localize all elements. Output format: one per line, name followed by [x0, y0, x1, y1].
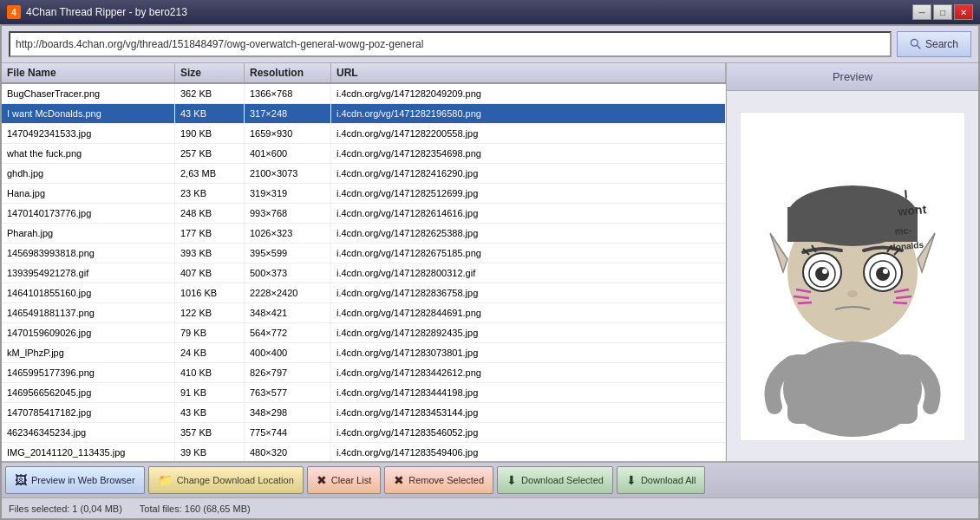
download-all-label: Download All	[641, 475, 696, 485]
bottom-toolbar: 🖼 Preview in Web Browser 📁 Change Downlo…	[2, 461, 978, 497]
list-cell-url: i.4cdn.org/vg/1471282892435.jpg	[331, 323, 726, 342]
header-url: URL	[331, 63, 726, 82]
list-cell-res: 1659×930	[245, 124, 331, 143]
list-cell-name: ghdh.jpg	[2, 164, 175, 183]
list-cell-name: 1470159609026.jpg	[2, 323, 175, 342]
list-cell-res: 401×600	[245, 144, 331, 163]
list-cell-name: I want McDonalds.png	[2, 104, 175, 123]
remove-selected-button[interactable]: ✖ Remove Selected	[384, 466, 493, 494]
table-row[interactable]: 1464101855160.jpg1016 KB2228×2420i.4cdn.…	[2, 283, 726, 303]
table-row[interactable]: 1465995177396.png410 KB826×797i.4cdn.org…	[2, 363, 726, 383]
app-title: 4Chan Thread Ripper - by bero213	[26, 6, 912, 18]
table-row[interactable]: Hana.jpg23 KB319×319i.4cdn.org/vg/147128…	[2, 184, 726, 204]
list-cell-url: i.4cdn.org/vg/1471282614616.jpg	[331, 204, 726, 223]
download-all-button[interactable]: ⬇ Download All	[617, 466, 706, 494]
minimize-button[interactable]: ─	[912, 4, 931, 20]
list-cell-url: i.4cdn.org/vg/1471282800312.gif	[331, 263, 726, 283]
list-cell-url: i.4cdn.org/vg/1471283546052.jpg	[331, 423, 726, 442]
table-row[interactable]: BugChaserTracer.png362 KB1366×768i.4cdn.…	[2, 84, 726, 104]
list-cell-url: i.4cdn.org/vg/1471283073801.jpg	[331, 343, 726, 362]
search-button[interactable]: Search	[897, 31, 971, 57]
list-cell-url: i.4cdn.org/vg/1471282196580.png	[331, 104, 726, 123]
list-cell-url: i.4cdn.org/vg/1471282625388.jpg	[331, 224, 726, 243]
table-row[interactable]: I want McDonalds.png43 KB317×248i.4cdn.o…	[2, 104, 726, 124]
remove-icon: ✖	[394, 473, 404, 487]
maximize-button[interactable]: □	[933, 4, 952, 20]
table-row[interactable]: ghdh.jpg2,63 MB2100×3073i.4cdn.org/vg/14…	[2, 164, 726, 184]
svg-line-1	[917, 45, 920, 49]
list-cell-name: 1465995177396.png	[2, 363, 175, 382]
url-bar: Search	[2, 26, 978, 63]
files-selected-status: Files selected: 1 (0,04 MB)	[9, 504, 122, 514]
list-cell-size: 122 KB	[175, 303, 245, 322]
list-cell-size: 407 KB	[175, 263, 245, 283]
total-files-status: Total files: 160 (68,65 MB)	[140, 504, 251, 514]
list-cell-url: i.4cdn.org/vg/1471282675185.png	[331, 244, 726, 263]
file-list-area: File Name Size Resolution URL BugChaserT…	[2, 63, 727, 461]
table-row[interactable]: 1470785417182.jpg43 KB348×298i.4cdn.org/…	[2, 403, 726, 423]
list-cell-size: 91 KB	[175, 383, 245, 402]
table-row[interactable]: what the fuck.png257 KB401×600i.4cdn.org…	[2, 144, 726, 164]
download-selected-button[interactable]: ⬇ Download Selected	[497, 466, 613, 494]
url-input[interactable]	[9, 31, 892, 57]
list-cell-name: Pharah.jpg	[2, 224, 175, 243]
table-row[interactable]: 1465491881137.png122 KB348×421i.4cdn.org…	[2, 303, 726, 323]
list-cell-size: 248 KB	[175, 204, 245, 223]
list-cell-res: 826×797	[245, 363, 331, 382]
list-cell-res: 500×373	[245, 263, 331, 283]
list-header: File Name Size Resolution URL	[2, 63, 726, 84]
list-cell-res: 480×320	[245, 443, 331, 461]
clear-icon: ✖	[317, 473, 327, 487]
change-location-button[interactable]: 📁 Change Download Location	[148, 466, 304, 494]
main-window: Search File Name Size Resolution URL Bug…	[0, 24, 980, 520]
list-cell-url: i.4cdn.org/vg/1471282836758.jpg	[331, 283, 726, 302]
list-cell-res: 2228×2420	[245, 283, 331, 302]
list-cell-name: Hana.jpg	[2, 184, 175, 203]
svg-point-0	[911, 39, 918, 46]
table-row[interactable]: 462346345234.jpg357 KB775×744i.4cdn.org/…	[2, 423, 726, 443]
app-icon: 4	[7, 5, 21, 19]
svg-text:mc-: mc-	[894, 224, 912, 237]
clear-label: Clear List	[331, 475, 371, 485]
header-size: Size	[175, 63, 245, 82]
table-row[interactable]: 1456983993818.png393 KB395×599i.4cdn.org…	[2, 244, 726, 263]
list-cell-res: 395×599	[245, 244, 331, 263]
list-cell-res: 1026×323	[245, 224, 331, 243]
list-cell-name: 462346345234.jpg	[2, 423, 175, 442]
preview-browser-button[interactable]: 🖼 Preview in Web Browser	[5, 466, 145, 494]
list-cell-res: 763×577	[245, 383, 331, 402]
list-cell-url: i.4cdn.org/vg/1471282844691.png	[331, 303, 726, 322]
list-cell-url: i.4cdn.org/vg/1471282416290.jpg	[331, 164, 726, 183]
search-icon	[910, 38, 922, 50]
list-cell-res: 1366×768	[245, 84, 331, 103]
preview-title: Preview	[727, 63, 978, 91]
table-row[interactable]: IMG_20141120_113435.jpg39 KB480×320i.4cd…	[2, 443, 726, 461]
svg-point-17	[876, 267, 890, 281]
list-cell-url: i.4cdn.org/vg/1471282049209.png	[331, 84, 726, 103]
svg-point-18	[883, 269, 888, 274]
table-row[interactable]: 1470140173776.jpg248 KB993×768i.4cdn.org…	[2, 204, 726, 224]
close-button[interactable]: ✕	[954, 4, 973, 20]
table-row[interactable]: Pharah.jpg177 KB1026×323i.4cdn.org/vg/14…	[2, 224, 726, 244]
table-row[interactable]: kM_lPhzP.jpg24 KB400×400i.4cdn.org/vg/14…	[2, 343, 726, 363]
table-row[interactable]: 1469566562045.jpg91 KB763×577i.4cdn.org/…	[2, 383, 726, 403]
list-cell-url: i.4cdn.org/vg/1471283442612.png	[331, 363, 726, 382]
list-cell-size: 393 KB	[175, 244, 245, 263]
list-cell-res: 993×768	[245, 204, 331, 223]
list-cell-size: 43 KB	[175, 403, 245, 422]
table-row[interactable]: 1393954921278.gif407 KB500×373i.4cdn.org…	[2, 263, 726, 283]
svg-point-13	[815, 267, 829, 281]
list-cell-size: 177 KB	[175, 224, 245, 243]
table-row[interactable]: 1470159609026.jpg79 KB564×772i.4cdn.org/…	[2, 323, 726, 343]
list-cell-res: 564×772	[245, 323, 331, 342]
clear-list-button[interactable]: ✖ Clear List	[307, 466, 381, 494]
header-filename: File Name	[2, 63, 175, 82]
list-cell-size: 43 KB	[175, 104, 245, 123]
list-cell-size: 190 KB	[175, 124, 245, 143]
list-cell-url: i.4cdn.org/vg/1471282354698.png	[331, 144, 726, 163]
table-row[interactable]: 1470492341533.jpg190 KB1659×930i.4cdn.or…	[2, 124, 726, 144]
list-cell-size: 39 KB	[175, 443, 245, 461]
svg-rect-4	[787, 354, 918, 424]
file-list-body[interactable]: BugChaserTracer.png362 KB1366×768i.4cdn.…	[2, 84, 726, 461]
status-bar: Files selected: 1 (0,04 MB) Total files:…	[2, 497, 978, 518]
